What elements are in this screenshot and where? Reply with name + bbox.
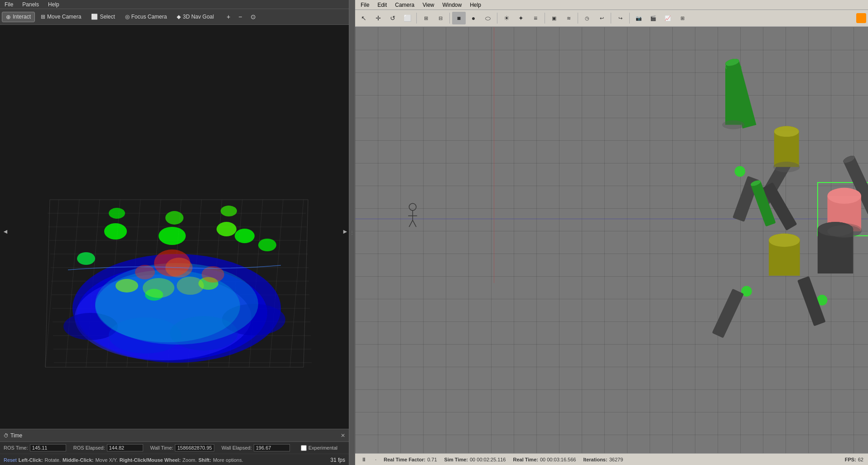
nav3d-icon: ◆ <box>177 14 181 20</box>
robot-figure <box>408 203 417 227</box>
gz-fps-label: FPS: <box>845 457 856 462</box>
menu-panels[interactable]: Panels <box>19 0 42 9</box>
wall-elapsed-label: Wall Elapsed: <box>222 445 252 451</box>
toolbar-sep-5 <box>578 13 578 24</box>
gz-sphere-tool[interactable]: ● <box>467 12 480 24</box>
ros-time-value: 145.11 <box>30 444 66 451</box>
cyl-dark-5 <box>712 288 744 338</box>
panel-splitter[interactable]: ⋮ <box>349 0 355 465</box>
wall-time-label: Wall Time: <box>150 445 174 451</box>
time-bar: ⏱ Time ✕ <box>0 429 349 442</box>
toolbar-sep-7 <box>629 13 630 24</box>
toolbar-sep-6 <box>611 13 611 24</box>
sim-time-value: 00 00:02:25.116 <box>470 457 506 462</box>
gz-undo-tool[interactable]: ↩ <box>595 12 608 24</box>
hint-shift-action: More options. <box>213 457 243 463</box>
focus-camera-icon: ◎ <box>125 14 130 20</box>
ros-elapsed-field: ROS Elapsed: 144.82 <box>73 444 143 451</box>
hint-rightclick-label: Right-Click/Mouse Wheel: <box>120 457 181 463</box>
gz-joint-tool[interactable]: ≋ <box>562 12 575 24</box>
wall-time-field: Wall Time: 1586682870.95 <box>150 444 214 451</box>
gz-cylinder-tool[interactable]: ⬭ <box>481 12 495 24</box>
realtime-factor-value: 0.71 <box>427 457 437 462</box>
svg-point-35 <box>159 227 186 245</box>
gz-model-tool[interactable]: ▣ <box>547 12 561 24</box>
fps-item: FPS: 62 <box>845 457 863 462</box>
svg-point-52 <box>177 277 204 295</box>
gz-record-tool[interactable]: ◷ <box>580 12 594 24</box>
gazebo-status-bar: ⏸ · Real Time Factor: 0.71 Sim Time: 00 … <box>355 453 868 465</box>
rviz-viewport[interactable]: ◄ ► <box>0 25 349 429</box>
focus-camera-button[interactable]: ◎ Focus Camera <box>121 12 171 22</box>
gz-select-tool[interactable]: ↖ <box>357 12 371 24</box>
sim-time-label: Sim Time: <box>444 457 468 462</box>
svg-point-40 <box>221 206 237 216</box>
gz-log-tool[interactable]: ⊞ <box>675 12 689 24</box>
zoom-out-button[interactable]: − <box>235 11 245 22</box>
gz-pause-button[interactable]: ⏸ <box>360 455 368 464</box>
svg-point-53 <box>409 203 416 211</box>
gz-rotate-tool[interactable]: ↺ <box>386 12 400 24</box>
gz-menu-window[interactable]: Window <box>439 1 466 9</box>
iterations-label: Iterations: <box>583 457 607 462</box>
move-camera-label: Move Camera <box>47 14 81 20</box>
hint-leftclick-label: Left-Click: <box>19 457 43 463</box>
gz-light-tool[interactable]: ✦ <box>514 12 528 24</box>
gz-scale-tool[interactable]: ⬜ <box>400 12 414 24</box>
nav3d-label: 3D Nav Goal <box>183 14 214 20</box>
gz-grid-tool[interactable]: ≡ <box>529 12 542 24</box>
interact-label: Interact <box>13 14 31 20</box>
gz-box-tool[interactable]: ■ <box>452 12 466 24</box>
svg-point-41 <box>235 229 255 243</box>
svg-point-75 <box>774 126 799 137</box>
realtime-factor-label: Real Time Factor: <box>384 457 425 462</box>
left-expand-arrow: ◄ <box>2 228 9 235</box>
select-button[interactable]: ⬜ Select <box>87 12 119 22</box>
interact-button[interactable]: ⊕ Interact <box>2 12 35 22</box>
move-camera-button[interactable]: ⊞ Move Camera <box>37 12 85 22</box>
gz-screenshot-tool[interactable]: 📷 <box>632 12 646 24</box>
wall-elapsed-field: Wall Elapsed: 196.67 <box>222 444 290 451</box>
fps-display: 31 fps <box>330 457 345 463</box>
cyl-yellow-1 <box>774 126 799 167</box>
ros-time-field: ROS Time: 145.11 <box>4 444 66 451</box>
gz-menu-file[interactable]: File <box>357 1 373 9</box>
time-close[interactable]: ✕ <box>341 432 345 439</box>
gz-align-tool[interactable]: ⊞ <box>419 12 433 24</box>
svg-point-51 <box>143 278 174 298</box>
hint-middleclick-action: Move X/Y. <box>95 457 117 463</box>
hint-rightclick-action: Zoom. <box>183 457 197 463</box>
zoom-in-button[interactable]: + <box>223 11 233 22</box>
gz-menu-camera[interactable]: Camera <box>391 1 418 9</box>
gz-menu-edit[interactable]: Edit <box>374 1 391 9</box>
gz-menu-help[interactable]: Help <box>466 1 485 9</box>
gz-redo-tool[interactable]: ↪ <box>613 12 627 24</box>
zoom-reset-button[interactable]: ⊙ <box>247 11 259 22</box>
gz-translate-tool[interactable]: ✛ <box>371 12 385 24</box>
gz-menu-view[interactable]: View <box>419 1 438 9</box>
gz-graph-tool[interactable]: 📈 <box>661 12 675 24</box>
gazebo-3d-viewport[interactable] <box>355 27 868 453</box>
orange-status-indicator <box>856 13 866 23</box>
gazebo-toolbar: ↖ ✛ ↺ ⬜ ⊞ ⊟ ■ ● ⬭ ☀ ✦ ≡ ▣ ≋ ◷ ↩ ↪ 📷 🎬 📈 … <box>355 10 868 27</box>
cyl-green-small-1 <box>735 166 746 177</box>
nav3d-button[interactable]: ◆ 3D Nav Goal <box>173 12 218 22</box>
cyl-yellow-2 <box>769 234 800 276</box>
gz-snap-tool[interactable]: ⊟ <box>434 12 447 24</box>
svg-rect-93 <box>712 288 744 338</box>
menu-help[interactable]: Help <box>45 0 62 9</box>
real-time-value: 00 00:03:16.566 <box>540 457 576 462</box>
time-title: Time <box>10 432 22 439</box>
experimental-checkbox[interactable] <box>301 445 307 451</box>
menu-file[interactable]: File <box>2 0 16 9</box>
svg-line-57 <box>413 220 416 227</box>
experimental-field: Experimental <box>297 445 338 451</box>
gz-fps-value: 62 <box>858 457 863 462</box>
toolbar-sep-2 <box>449 13 450 24</box>
reset-button[interactable]: Reset <box>4 457 17 463</box>
wall-time-value: 1586682870.95 <box>175 444 214 451</box>
move-camera-icon: ⊞ <box>41 14 45 20</box>
gz-video-tool[interactable]: 🎬 <box>646 12 660 24</box>
svg-point-43 <box>258 239 276 251</box>
gz-sun-tool[interactable]: ☀ <box>500 12 513 24</box>
